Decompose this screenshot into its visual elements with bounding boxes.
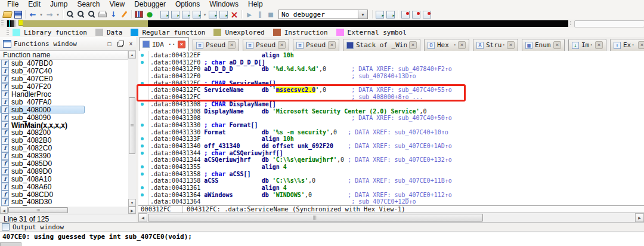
listing-line[interactable]: .data:00431308 DisplayName db 'Microsoft… <box>138 108 644 115</box>
tab-pseudo[interactable]: ≡Pseudo···× <box>293 39 339 51</box>
scroll-down-icon[interactable]: ▼ <box>128 199 136 207</box>
nav-forward-icon[interactable]: → <box>44 10 55 19</box>
close-icon[interactable]: × <box>458 41 466 49</box>
function-row-winmain-x-x-x-x[interactable]: fWinMain(x,x,x,x) <box>0 121 128 129</box>
tab-ex[interactable]: ↑Ex···× <box>610 39 644 51</box>
function-row-sub-407fa0[interactable]: fsub_407FA0 <box>0 98 128 106</box>
function-row-sub-4089d0[interactable]: fsub_4089D0 <box>0 167 128 175</box>
dbg-edit-icon[interactable] <box>218 10 229 19</box>
close-icon[interactable]: × <box>178 41 185 48</box>
nav-back-menu-icon[interactable]: ▾ <box>38 10 44 19</box>
listing-line[interactable]: .data:004312F0 aD_D_D_D db '%d.%d.%d.%d'… <box>138 66 644 73</box>
output-window-titlebar[interactable]: Output window <box>0 222 644 232</box>
debugger-select[interactable]: No debugger▼ <box>278 10 368 19</box>
menu-item-help[interactable]: Help <box>243 0 268 9</box>
menu-item-options[interactable]: Options <box>171 0 205 9</box>
nav-back-icon[interactable]: ← <box>27 10 38 19</box>
function-row-handlerproc[interactable]: fHandlerProc <box>0 91 128 99</box>
jump-address-icon[interactable]: ↓ <box>108 10 119 19</box>
tab-hex[interactable]: OHex ···× <box>424 39 469 51</box>
function-row-sub-408000[interactable]: fsub_408000 <box>0 106 128 113</box>
function-row-sub-408d30[interactable]: fsub_408D30 <box>0 198 128 206</box>
tab-stru[interactable]: AStru···× <box>473 39 518 51</box>
save-icon[interactable] <box>13 10 23 19</box>
function-row-sub-408200[interactable]: fsub_408200 <box>0 129 128 137</box>
disassembly-listing[interactable]: .data:004312EF align 10h.data:004312F0 ;… <box>138 51 644 205</box>
close-icon[interactable]: × <box>553 41 561 49</box>
restore-window-icon[interactable]: □ <box>105 39 114 48</box>
step-into-icon[interactable] <box>374 10 385 19</box>
listing-line[interactable]: .data:004312FC ServiceName db 'mssecsvc2… <box>138 87 644 94</box>
close-icon[interactable]: × <box>638 41 644 49</box>
listing-horizontal-scrollbar[interactable]: ◀ ▶ <box>138 213 644 222</box>
close-icon[interactable]: × <box>228 41 236 49</box>
listing-line[interactable]: .data:004312F0 ; char aD_D_D_D[] <box>138 59 644 66</box>
function-name-column-header[interactable]: Function name <box>0 51 128 60</box>
listing-line[interactable]: .data:004312FC ; CHAR ServiceName[] <box>138 80 644 87</box>
menu-item-edit[interactable]: Edit <box>23 0 45 9</box>
listing-line[interactable]: .data:00431355 align 4 <box>138 164 644 171</box>
search-next-icon[interactable] <box>76 10 86 19</box>
menu-item-jump[interactable]: Jump <box>45 0 72 9</box>
close-icon[interactable]: × <box>328 41 336 49</box>
navband-drag-handle[interactable] <box>1 20 4 27</box>
navband-unexplored-region[interactable] <box>23 20 148 27</box>
navband-extern-region[interactable] <box>148 20 568 27</box>
breakpoint-icon[interactable] <box>400 10 411 19</box>
tab-im[interactable]: ↓Im···× <box>568 39 606 51</box>
listing-hscroll-thumb[interactable] <box>148 214 483 222</box>
listing-line[interactable]: .data:00431330 ; char Format[] <box>138 122 644 129</box>
close-icon[interactable]: × <box>507 41 515 49</box>
scroll-left-icon[interactable]: ◀ <box>0 207 8 214</box>
tab-enums[interactable]: ▦Enums× <box>522 39 565 51</box>
dbg-menu-icon[interactable]: ▾ <box>202 10 208 19</box>
function-row-sub-4082b0[interactable]: fsub_4082B0 <box>0 137 128 144</box>
output-scrollbar-corner[interactable] <box>0 242 21 246</box>
scroll-up-icon[interactable]: ▲ <box>128 51 136 59</box>
listing-line[interactable]: .data:004312F0 ; sub_407840+13D↑o <box>138 73 644 80</box>
stop-icon[interactable]: ■ <box>265 10 276 19</box>
chevron-down-icon[interactable]: ▼ <box>358 10 367 19</box>
function-row-sub-408090[interactable]: fsub_408090 <box>0 113 128 121</box>
close-window-icon[interactable]: × <box>126 39 135 48</box>
cancel-icon[interactable]: × <box>229 10 240 19</box>
listing-line[interactable]: .data:00431340 off_431340 dd offset unk_… <box>138 143 644 150</box>
tab-stack-of-winm[interactable]: Stack of _WinM···× <box>343 39 420 51</box>
dbg-open-icon[interactable] <box>159 10 170 19</box>
function-row-sub-407bd0[interactable]: fsub_407BD0 <box>0 60 128 67</box>
listing-line[interactable]: .data:00431358 ; char aCSS[] <box>138 171 644 178</box>
listing-line[interactable]: .data:00431308 ; DATA XREF: sub_407C40+5… <box>138 115 644 122</box>
open-folder-icon[interactable] <box>2 10 13 19</box>
dbg-step-icon[interactable] <box>191 10 202 19</box>
function-row-sub-408cd0[interactable]: fsub_408CD0 <box>0 190 128 198</box>
listing-line[interactable]: .data:004312FC ; sub_408000+8↑o ... <box>138 94 644 101</box>
close-icon[interactable]: × <box>409 41 417 49</box>
functions-vscroll-thumb[interactable] <box>129 97 135 154</box>
function-row-sub-408a10[interactable]: fsub_408A10 <box>0 175 128 183</box>
listing-line[interactable]: .data:00431364 ; sub_407CE0+12D↑o <box>138 198 644 205</box>
listing-line[interactable]: .data:00431358 aCSS db 'C:\%s\%s',0 ; DA… <box>138 177 644 184</box>
listing-line[interactable]: .data:00431330 Format db '%s -m security… <box>138 129 644 136</box>
listing-line[interactable]: .data:00431364 aWindows db 'WINDOWS',0 ;… <box>138 192 644 199</box>
scroll-right-icon[interactable]: ▶ <box>635 213 644 222</box>
menu-item-debugger[interactable]: Debugger <box>129 0 171 9</box>
output-window-body[interactable]: 407CE0: using guessed type int sub_407CE… <box>0 232 644 246</box>
listing-line[interactable]: .data:00431308 ; CHAR DisplayName[] <box>138 101 644 108</box>
listing-line[interactable]: .data:00431344 ; char aCSQeriuwjhrf[] <box>138 150 644 157</box>
menu-item-view[interactable]: View <box>104 0 129 9</box>
navigation-band[interactable] <box>0 20 644 27</box>
listing-line[interactable]: .data:00431344 aCSQeriuwjhrf db 'C:\%s\q… <box>138 156 644 164</box>
function-row-sub-407ce0[interactable]: fsub_407CE0 <box>0 75 128 83</box>
flowchart-icon[interactable] <box>134 10 144 19</box>
breakpoint-list-icon[interactable] <box>411 10 422 19</box>
close-icon[interactable]: × <box>278 41 286 49</box>
dbg-attach-icon[interactable] <box>170 10 181 19</box>
listing-line[interactable]: .data:004312EF align 10h <box>138 52 644 59</box>
scroll-left-icon[interactable]: ◀ <box>138 213 147 222</box>
function-row-sub-4085d0[interactable]: fsub_4085D0 <box>0 160 128 168</box>
function-row-sub-407c40[interactable]: fsub_407C40 <box>0 67 128 75</box>
tab-ida[interactable]: IDA ···× <box>139 37 189 51</box>
function-row-sub-4082c0[interactable]: fsub_4082C0 <box>0 144 128 152</box>
dbg-run-icon[interactable] <box>208 10 218 19</box>
run-icon[interactable]: ▶ <box>244 10 255 19</box>
